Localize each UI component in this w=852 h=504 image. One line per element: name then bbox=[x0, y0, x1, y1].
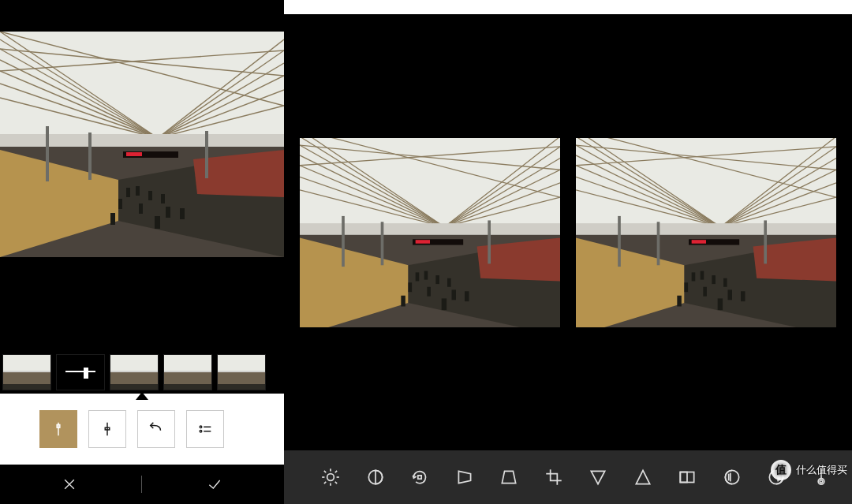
svg-point-29 bbox=[327, 474, 334, 481]
invert-icon[interactable] bbox=[586, 464, 611, 491]
right-landscape-editor bbox=[284, 0, 852, 504]
svg-rect-41 bbox=[681, 472, 688, 483]
compare-original bbox=[300, 138, 560, 327]
confirm-bar bbox=[0, 465, 284, 504]
left-phone-editor bbox=[0, 0, 284, 504]
preset-thumb-selected[interactable] bbox=[57, 355, 104, 390]
vignette-icon[interactable] bbox=[675, 464, 700, 491]
svg-point-25 bbox=[200, 426, 202, 428]
tool-undo[interactable] bbox=[137, 410, 175, 448]
watermark-label: 什么值得买 bbox=[796, 463, 847, 477]
watermark: 值 什么值得买 bbox=[771, 460, 847, 480]
rotate-icon[interactable] bbox=[408, 464, 432, 491]
contrast-icon[interactable] bbox=[364, 464, 388, 491]
perspective-h-icon[interactable] bbox=[453, 464, 477, 491]
svg-point-49 bbox=[820, 480, 822, 483]
svg-line-36 bbox=[335, 471, 337, 472]
preset-thumb[interactable] bbox=[110, 355, 158, 390]
compare-edited bbox=[576, 138, 836, 327]
preset-thumb[interactable] bbox=[3, 355, 50, 390]
preset-thumb[interactable] bbox=[218, 355, 265, 390]
svg-line-35 bbox=[335, 482, 337, 483]
tool-panel bbox=[0, 394, 284, 465]
separator bbox=[141, 476, 142, 493]
crop-icon[interactable] bbox=[542, 464, 566, 491]
tool-adjust-active[interactable] bbox=[39, 410, 77, 448]
svg-rect-39 bbox=[418, 476, 421, 479]
cancel-button[interactable] bbox=[2, 465, 136, 504]
watermark-badge: 值 bbox=[771, 460, 791, 480]
svg-line-37 bbox=[324, 482, 326, 483]
preset-thumb[interactable] bbox=[164, 355, 211, 390]
compare-view[interactable] bbox=[284, 14, 852, 450]
preset-filmstrip[interactable] bbox=[0, 351, 284, 394]
accept-button[interactable] bbox=[148, 465, 282, 504]
brightness-icon[interactable] bbox=[319, 464, 343, 491]
svg-line-34 bbox=[324, 471, 326, 472]
tool-adjust[interactable] bbox=[88, 410, 126, 448]
panel-caret-icon bbox=[136, 392, 148, 400]
perspective-v-icon[interactable] bbox=[497, 464, 521, 491]
adjustment-toolbar bbox=[284, 450, 852, 504]
sharpen-icon[interactable] bbox=[631, 464, 656, 491]
tool-presets-list[interactable] bbox=[186, 410, 224, 448]
exposure-icon[interactable] bbox=[720, 464, 745, 491]
status-bar bbox=[284, 0, 852, 14]
svg-point-27 bbox=[200, 430, 202, 432]
preview-image[interactable] bbox=[0, 32, 284, 257]
